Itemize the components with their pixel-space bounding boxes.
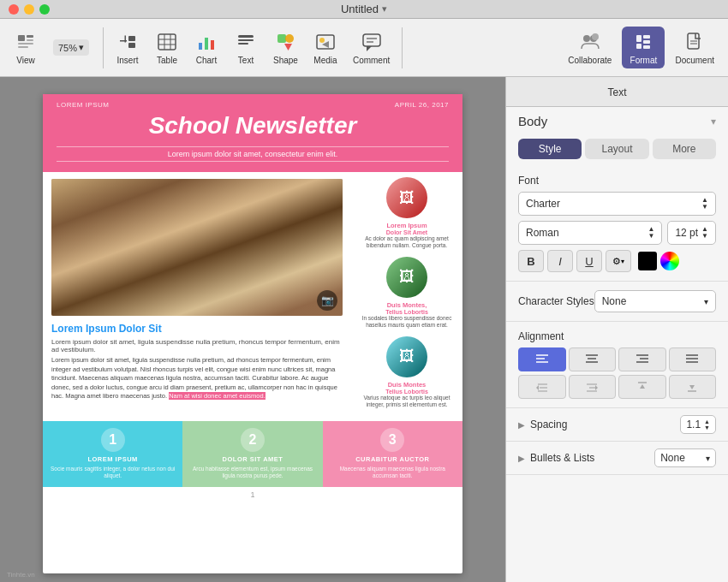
comment-label: Comment: [353, 56, 390, 65]
spacing-control[interactable]: 1.1 ▲ ▼: [680, 415, 716, 434]
maximize-button[interactable]: [39, 4, 50, 15]
comment-button[interactable]: Comment: [346, 27, 397, 68]
media-icon: [313, 30, 337, 54]
underline-button[interactable]: U: [576, 250, 602, 272]
bullets-value: None: [660, 452, 685, 464]
spacing-section[interactable]: ▶ Spacing 1.1 ▲ ▼: [506, 408, 728, 442]
right-card-1: 🖼 Lorem Ipsum Dolor Sit Amet Ac dolor ac…: [356, 177, 457, 250]
collaborate-button[interactable]: Collaborate: [561, 27, 618, 68]
align-center-button[interactable]: [569, 347, 617, 371]
zoom-control[interactable]: 75% ▾: [46, 36, 98, 59]
bullets-section[interactable]: ▶ Bullets & Lists None ▾: [506, 442, 728, 475]
newsletter-body: 📷 Lorem Ipsum Dolor Sit Lorem ipsum dolo…: [43, 172, 462, 421]
body-dropdown-row[interactable]: Body ▾: [506, 107, 728, 132]
minimize-button[interactable]: [24, 4, 34, 15]
tab-more[interactable]: More: [653, 139, 716, 159]
text-button[interactable]: Text: [227, 27, 265, 68]
font-style-select[interactable]: Roman ▲ ▼: [518, 221, 662, 245]
tab-layout[interactable]: Layout: [585, 139, 648, 159]
text-options-button[interactable]: ⚙ ▾: [606, 250, 631, 272]
svg-rect-2: [27, 39, 33, 41]
card-1: 1 LOREM IPSUM Socie mauris sagittis inte…: [43, 421, 182, 487]
align-top-button[interactable]: [618, 375, 666, 399]
toolbar: View 75% ▾ Insert Table Chart Text: [0, 19, 728, 77]
indent-increase-button[interactable]: [569, 375, 617, 399]
svg-rect-16: [211, 40, 214, 50]
document-label: Document: [675, 56, 714, 65]
panel-header-title: Text: [607, 86, 626, 98]
gear-icon: ⚙: [612, 256, 621, 267]
align-right-button[interactable]: [618, 347, 666, 371]
media-button[interactable]: Media: [307, 27, 344, 68]
spacing-value: 1.1: [686, 419, 701, 431]
svg-rect-15: [205, 38, 208, 50]
svg-rect-37: [643, 45, 650, 49]
main-area: LOREM IPSUM APRIL 26, 2017 School Newsle…: [0, 77, 728, 582]
font-name-row: Charter ▲ ▼: [518, 192, 716, 216]
table-label: Table: [157, 56, 177, 65]
char-styles-select[interactable]: None ▾: [594, 290, 716, 312]
svg-marker-60: [595, 385, 598, 390]
spacing-triangle: ▶: [518, 420, 525, 430]
newsletter-right: 🖼 Lorem Ipsum Dolor Sit Amet Ac dolor ac…: [351, 172, 462, 421]
zoom-value[interactable]: 75% ▾: [53, 39, 89, 56]
font-section: Font Charter ▲ ▼ Roman ▲ ▼: [506, 166, 728, 282]
svg-point-21: [285, 34, 294, 43]
font-size-control[interactable]: 12 pt ▲ ▼: [667, 221, 716, 245]
align-justify-button[interactable]: [669, 347, 717, 371]
shape-button[interactable]: Shape: [266, 27, 305, 68]
separator-2: [402, 27, 403, 68]
char-styles-row: Character Styles None ▾: [518, 290, 716, 312]
canvas-area[interactable]: LOREM IPSUM APRIL 26, 2017 School Newsle…: [0, 77, 505, 582]
svg-point-24: [319, 38, 325, 43]
align-left-button[interactable]: [518, 347, 566, 371]
svg-rect-4: [18, 46, 28, 48]
media-label: Media: [313, 56, 337, 65]
align-bottom-button[interactable]: [669, 375, 717, 399]
window-title: Untitled ▾: [341, 3, 387, 15]
bullets-label: Bullets & Lists: [530, 452, 594, 464]
bullets-select[interactable]: None ▾: [654, 448, 716, 467]
font-size-value: 12 pt: [675, 227, 698, 239]
font-section-label: Font: [518, 175, 716, 187]
format-button[interactable]: Format: [622, 27, 665, 68]
font-name-value: Charter: [526, 198, 560, 210]
section-subtitle: Lorem ipsum dolor sit amet, ligula suspe…: [51, 338, 343, 353]
chart-button[interactable]: Chart: [188, 27, 225, 68]
svg-marker-22: [284, 44, 292, 50]
insert-button[interactable]: Insert: [109, 27, 146, 68]
char-styles-label: Character Styles: [518, 295, 594, 307]
body-dropdown-chevron[interactable]: ▾: [711, 116, 716, 128]
font-style-value: Roman: [526, 227, 559, 239]
right-card-3: 🖼 Duis Montes Tellus Lobortis Varius nat…: [356, 336, 457, 409]
page-number: 1: [43, 487, 462, 502]
tab-style[interactable]: Style: [518, 139, 582, 159]
alignment-section: Alignment: [506, 322, 728, 408]
right-img-1: 🖼: [386, 177, 427, 218]
svg-marker-62: [640, 384, 645, 389]
title-bar: Untitled ▾: [0, 0, 728, 19]
alignment-row2: [518, 375, 716, 399]
newsletter-title: School Newsletter: [57, 109, 449, 143]
document-button[interactable]: Document: [668, 27, 721, 68]
italic-button[interactable]: I: [547, 250, 573, 272]
bold-button[interactable]: B: [518, 250, 544, 272]
format-icon: [631, 30, 655, 54]
font-name-select[interactable]: Charter ▲ ▼: [518, 192, 716, 216]
text-color-swatch[interactable]: [638, 252, 657, 270]
indent-decrease-button[interactable]: [518, 375, 566, 399]
char-styles-value: None: [602, 295, 627, 307]
panel-tabs: Style Layout More: [506, 132, 728, 166]
right-img-2: 🖼: [386, 257, 427, 298]
color-wheel[interactable]: [660, 252, 679, 270]
document-page: LOREM IPSUM APRIL 26, 2017 School Newsle…: [43, 94, 462, 573]
table-button[interactable]: Table: [148, 27, 186, 68]
section-title: Lorem Ipsum Dolor Sit: [51, 323, 343, 335]
svg-rect-34: [636, 44, 641, 49]
text-icon: [234, 30, 258, 54]
view-button[interactable]: View: [7, 27, 45, 68]
shape-label: Shape: [273, 56, 298, 65]
close-button[interactable]: [9, 4, 19, 15]
title-dropdown-icon[interactable]: ▾: [382, 3, 387, 15]
svg-rect-17: [238, 35, 254, 38]
